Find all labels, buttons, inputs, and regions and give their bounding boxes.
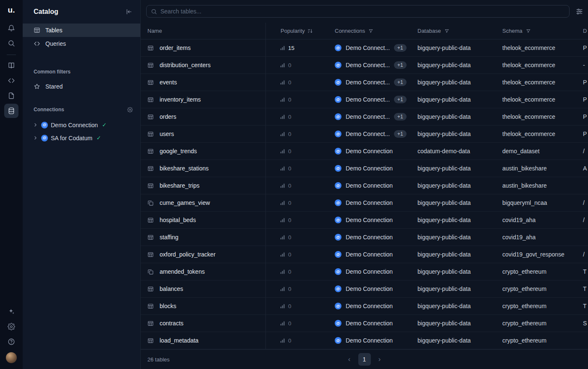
name-cell[interactable]: amended_tokens — [141, 263, 266, 280]
name-cell[interactable]: users — [141, 126, 266, 142]
connections-cell: Demo Connection — [328, 143, 411, 160]
prev-page-button[interactable]: ‹ — [344, 354, 355, 365]
name-cell[interactable]: blocks — [141, 298, 266, 314]
plus-one-badge[interactable]: +1 — [394, 61, 407, 69]
connection-item[interactable]: SA for Codatum ✓ — [23, 131, 140, 144]
collapse-sidebar-button[interactable] — [123, 6, 134, 17]
name-cell[interactable]: bikeshare_stations — [141, 160, 266, 177]
table-row[interactable]: oxford_policy_tracker 0 Demo Connection … — [141, 246, 588, 263]
connections-cell: Demo Connection — [328, 246, 411, 263]
table-row[interactable]: blocks 0 Demo Connection bigquery-public… — [141, 298, 588, 315]
name-cell[interactable]: inventory_items — [141, 91, 266, 108]
name-cell[interactable]: google_trends — [141, 143, 266, 160]
sidebar-item-queries[interactable]: Queries — [23, 37, 140, 50]
next-page-button[interactable]: › — [374, 354, 385, 365]
name-cell[interactable]: balances — [141, 280, 266, 297]
table-row[interactable]: orders 0 Demo Connect... +1 bigquery-pub… — [141, 108, 588, 126]
table-row[interactable]: order_items 15 Demo Connect... +1 bigque… — [141, 39, 588, 57]
name-cell[interactable]: hospital_beds — [141, 212, 266, 228]
name-cell[interactable]: distribution_centers — [141, 57, 266, 73]
popularity-cell: 0 — [266, 280, 328, 297]
column-header-description[interactable]: D — [576, 23, 588, 39]
popularity-cell: 0 — [266, 263, 328, 280]
popularity-value: 0 — [288, 97, 291, 103]
connections-cell: Demo Connection — [328, 177, 411, 194]
connections-settings-button[interactable] — [125, 105, 134, 114]
notifications-icon[interactable] — [4, 21, 18, 35]
table-row[interactable]: users 0 Demo Connect... +1 bigquery-publ… — [141, 126, 588, 143]
column-header-popularity[interactable]: Popularity — [266, 23, 328, 39]
name-cell[interactable]: events — [141, 74, 266, 91]
table-row[interactable]: google_trends 0 Demo Connection codatum-… — [141, 143, 588, 160]
column-header-schema[interactable]: Schema — [496, 23, 576, 39]
name-cell[interactable]: bikeshare_trips — [141, 177, 266, 194]
schema-cell: covid19_aha — [496, 212, 576, 228]
bar-chart-icon — [280, 217, 285, 222]
sidebar-item-stared[interactable]: Stared — [23, 80, 140, 93]
name-cell[interactable]: cume_games_view — [141, 194, 266, 211]
table-row[interactable]: distribution_centers 0 Demo Connect... +… — [141, 57, 588, 74]
table-row[interactable]: bikeshare_trips 0 Demo Connection bigque… — [141, 177, 588, 194]
database-cell: bigquery-public-data — [411, 332, 496, 349]
name-cell[interactable]: contracts — [141, 315, 266, 332]
sidebar-item-tables[interactable]: Tables — [23, 24, 140, 37]
search-icon[interactable] — [4, 36, 18, 50]
filter-funnel-icon[interactable] — [526, 29, 531, 34]
table-icon — [147, 217, 154, 223]
filter-funnel-icon[interactable] — [368, 29, 373, 34]
column-label: Popularity — [281, 28, 305, 34]
sort-icon[interactable] — [307, 28, 313, 34]
chevron-right-icon[interactable] — [33, 122, 38, 128]
column-header-database[interactable]: Database — [411, 23, 496, 39]
help-icon[interactable] — [4, 335, 18, 349]
table-row[interactable]: staffing 0 Demo Connection bigquery-publ… — [141, 229, 588, 246]
table-row[interactable]: events 0 Demo Connect... +1 bigquery-pub… — [141, 74, 588, 91]
user-avatar[interactable] — [6, 352, 17, 363]
table-row[interactable]: hospital_beds 0 Demo Connection bigquery… — [141, 212, 588, 229]
table-row[interactable]: balances 0 Demo Connection bigquery-publ… — [141, 280, 588, 298]
table-row[interactable]: bikeshare_stations 0 Demo Connection big… — [141, 160, 588, 177]
column-header-name[interactable]: Name — [141, 23, 266, 39]
pagination: ‹ 1 › — [344, 353, 385, 366]
name-cell[interactable]: staffing — [141, 229, 266, 246]
filter-funnel-icon[interactable] — [444, 29, 449, 34]
table-row[interactable]: inventory_items 0 Demo Connect... +1 big… — [141, 91, 588, 108]
settings-gear-icon[interactable] — [4, 319, 18, 334]
app-logo[interactable]: u. — [8, 4, 15, 16]
database-catalog-icon[interactable] — [4, 104, 18, 118]
table-row[interactable]: load_metadata 0 Demo Connection bigquery… — [141, 332, 588, 349]
connections-cell: Demo Connection — [328, 229, 411, 246]
sparkles-ai-icon[interactable] — [4, 304, 18, 319]
plus-one-badge[interactable]: +1 — [394, 96, 407, 103]
description-cell: P — [576, 74, 588, 91]
plus-one-badge[interactable]: +1 — [394, 79, 407, 86]
code-icon[interactable] — [4, 73, 18, 88]
file-icon[interactable] — [4, 89, 18, 103]
name-cell[interactable]: order_items — [141, 39, 266, 56]
connections-cell: Demo Connection — [328, 315, 411, 332]
plus-one-badge[interactable]: +1 — [394, 44, 407, 52]
description-cell: / — [576, 212, 588, 228]
docs-book-icon[interactable] — [4, 58, 18, 73]
name-cell[interactable]: load_metadata — [141, 332, 266, 349]
rail-bottom-group — [4, 304, 18, 363]
search-input[interactable] — [160, 8, 565, 15]
table-row[interactable]: contracts 0 Demo Connection bigquery-pub… — [141, 315, 588, 332]
connection-item[interactable]: Demo Connection ✓ — [23, 118, 140, 131]
table-row[interactable]: cume_games_view 0 Demo Connection bigque… — [141, 194, 588, 212]
table-name: users — [160, 131, 174, 137]
name-cell[interactable]: oxford_policy_tracker — [141, 246, 266, 263]
table-row[interactable]: amended_tokens 0 Demo Connection bigquer… — [141, 263, 588, 280]
table-header: Name Popularity Connections Database Sch… — [141, 23, 588, 39]
plus-one-badge[interactable]: +1 — [394, 130, 407, 138]
name-cell[interactable]: orders — [141, 108, 266, 125]
filter-settings-button[interactable] — [574, 6, 585, 17]
connections-cell: Demo Connection — [328, 194, 411, 211]
plus-one-badge[interactable]: +1 — [394, 113, 407, 120]
connection-icon — [335, 165, 341, 172]
connection-name: Demo Connect... — [346, 62, 390, 68]
chevron-right-icon[interactable] — [33, 135, 38, 141]
column-header-connections[interactable]: Connections — [328, 23, 411, 39]
current-page[interactable]: 1 — [358, 353, 371, 366]
search-box[interactable] — [146, 5, 570, 18]
